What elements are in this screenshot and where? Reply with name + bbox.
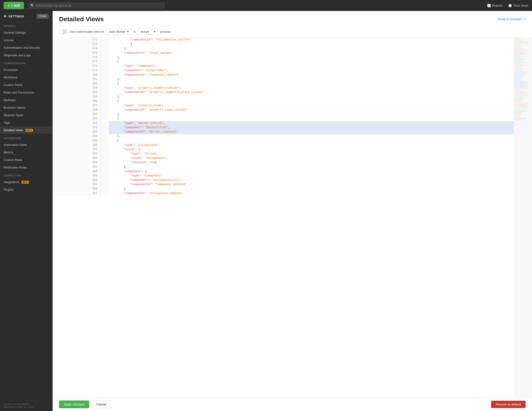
release-date-label: Released on Nov 26, 2019: [4, 405, 49, 408]
topbar-right: 📈 Reports 🕐 Time Sheet: [487, 4, 528, 7]
sidebar-item-automation-rules[interactable]: Automation Rules: [0, 141, 53, 149]
table-row: 288 "componentId": "property.teams_c5tlw…: [53, 108, 514, 112]
timesheet-link[interactable]: 🕐 Time Sheet: [508, 4, 528, 7]
reports-link[interactable]: 📈 Reports: [487, 4, 503, 7]
table-row: 275 "componentId": "stack_capiwao": [53, 51, 514, 55]
sidebar-item-plugins[interactable]: Plugins: [0, 186, 53, 193]
table-row: 279 "component": "progressBar",: [53, 68, 514, 73]
use-custom-view-toggle[interactable]: [59, 29, 67, 34]
sidebar-item-detailed-views[interactable]: Detailed Views BETA: [0, 126, 53, 134]
reports-label: Reports: [492, 4, 503, 7]
integrations-beta-badge: BETA: [21, 181, 29, 184]
page-title: Detailed Views: [59, 16, 104, 23]
table-row: 303 "type": "component",: [53, 174, 514, 178]
table-row: 276 },: [53, 55, 514, 60]
main-content: Detailed Views Guide & examples ↗ Use cu…: [53, 11, 532, 411]
table-row: 295− {: [53, 139, 514, 143]
table-row: 284 "componentId": "property.teamEntityS…: [53, 90, 514, 95]
table-row: 272 "componentId": "followButton_iwl75tn…: [53, 38, 514, 42]
editor-area: 272 "componentId": "followButton_iwl75tn…: [53, 38, 532, 398]
code-editor[interactable]: 272 "componentId": "followButton_iwl75tn…: [53, 38, 514, 398]
main-header: Detailed Views Guide & examples ↗: [53, 11, 532, 26]
sidebar-item-license[interactable]: License: [0, 36, 53, 44]
beta-badge: BETA: [26, 129, 33, 132]
table-row: 286− {: [53, 99, 514, 103]
sidebar-item-request-types[interactable]: Request Types: [0, 111, 53, 119]
close-button[interactable]: Close: [36, 14, 49, 19]
options-bar: Use customizable view for User Stories T…: [53, 26, 532, 38]
search-bar: 🔍: [28, 2, 165, 9]
table-row: 282− {: [53, 82, 514, 86]
table-row: 290− {: [53, 117, 514, 121]
table-row: 285 },: [53, 95, 514, 99]
bottom-bar: Apply changes Cancel Restore to default: [53, 398, 532, 411]
table-row: 273 }: [53, 42, 514, 47]
table-row: 278 "type": "component",: [53, 64, 514, 68]
sidebar-item-metrics[interactable]: Metrics: [0, 149, 53, 156]
table-row: 300 "localize": true: [53, 160, 514, 165]
sidebar-item-custom-fields[interactable]: Custom Fields: [0, 81, 53, 89]
table-row: 299 "value": "Assignments",: [53, 156, 514, 160]
table-row: 305 "componentId": "component_a53e3l0": [53, 182, 514, 187]
table-row: 296 "type": "collapsible",: [53, 143, 514, 148]
mini-map: [514, 38, 532, 398]
sidebar-item-roles-permissions[interactable]: Roles and Permissions: [0, 89, 53, 96]
clock-icon: 🕐: [508, 4, 512, 7]
search-icon: 🔍: [30, 4, 34, 7]
sidebar-item-workflows[interactable]: Workflows: [0, 74, 53, 81]
table-row: 307 "componentId": "collapsible_mt0yesw": [53, 191, 514, 196]
table-row: 298 "type": "string",: [53, 152, 514, 156]
cancel-button[interactable]: Cancel: [92, 401, 111, 408]
sidebar-footer: Version 3.13.10.46809 Released on Nov 26…: [0, 400, 53, 411]
sidebar: ⚙ SETTINGS Close GENERAL General Setting…: [0, 11, 53, 411]
bottom-left-actions: Apply changes Cancel: [59, 401, 111, 408]
settings-title: ⚙ SETTINGS: [4, 15, 24, 18]
version-label: Version 3.13.10.46809: [4, 403, 49, 405]
restore-default-button[interactable]: Restore to default: [491, 401, 526, 408]
table-row: 287 "type": "property.teams",: [53, 103, 514, 108]
table-row: 277− {: [53, 60, 514, 64]
guide-link[interactable]: Guide & examples ↗: [498, 17, 526, 21]
table-row: 292 "component": "DevOpsInfoV2",: [53, 125, 514, 130]
table-row: 301 },: [53, 165, 514, 169]
sidebar-item-notification-rules[interactable]: Notification Rules: [0, 164, 53, 171]
timesheet-label: Time Sheet: [513, 4, 528, 7]
table-row: 304 "component": "assignmentsList",: [53, 178, 514, 182]
sidebar-item-processes[interactable]: Processes ›: [0, 66, 53, 74]
section-connection: CONNECTION: [0, 171, 53, 178]
sidebar-item-business-values[interactable]: Business Values: [0, 104, 53, 111]
add-button[interactable]: + + Add: [4, 2, 24, 9]
section-configuration: CONFIGURATION: [0, 59, 53, 66]
table-row: 297− "title": {: [53, 148, 514, 152]
add-button-label: + Add: [11, 4, 20, 7]
toggle-label: Use customizable view for: [69, 30, 104, 33]
table-row: 293 "componentId": "devops_component": [53, 130, 514, 134]
table-row: 274 ],: [53, 47, 514, 51]
guide-link-label: Guide & examples ↗: [498, 17, 526, 21]
table-row: 294 },: [53, 134, 514, 139]
sidebar-item-integrations[interactable]: Integrations BETA: [0, 178, 53, 186]
sidebar-item-mashups[interactable]: Mashups: [0, 96, 53, 104]
sidebar-item-general-settings[interactable]: General Settings: [0, 29, 53, 36]
process-select[interactable]: Scrum Kanban SAFe Waterfall: [138, 28, 158, 35]
section-general: GENERAL: [0, 22, 53, 29]
layout: ⚙ SETTINGS Close GENERAL General Setting…: [0, 11, 532, 411]
table-row: 306 },: [53, 187, 514, 191]
sidebar-item-auth-security[interactable]: Authentication and Security: [0, 44, 53, 51]
in-text: in: [133, 30, 136, 33]
sidebar-item-diagnostic-logs[interactable]: Diagnostic and Logs: [0, 51, 53, 59]
sidebar-item-custom-rules[interactable]: Custom Rules: [0, 156, 53, 164]
table-row: 289 },: [53, 112, 514, 117]
settings-title-label: SETTINGS: [9, 15, 24, 18]
chevron-right-icon: ›: [48, 69, 49, 71]
section-automation: AUTOMATION: [0, 134, 53, 141]
sidebar-item-tags[interactable]: Tags: [0, 119, 53, 126]
search-input[interactable]: [36, 4, 162, 7]
apply-button[interactable]: Apply changes: [59, 401, 89, 408]
entity-type-select[interactable]: User Stories Tasks Bugs Features: [106, 28, 131, 35]
table-row: 283 "type": "property.teamEntityState",: [53, 86, 514, 90]
table-row: 281 },: [53, 77, 514, 82]
reports-icon: 📈: [487, 4, 491, 7]
toggle-text: Use customizable view for: [69, 30, 104, 33]
sidebar-header: ⚙ SETTINGS Close: [0, 11, 53, 22]
